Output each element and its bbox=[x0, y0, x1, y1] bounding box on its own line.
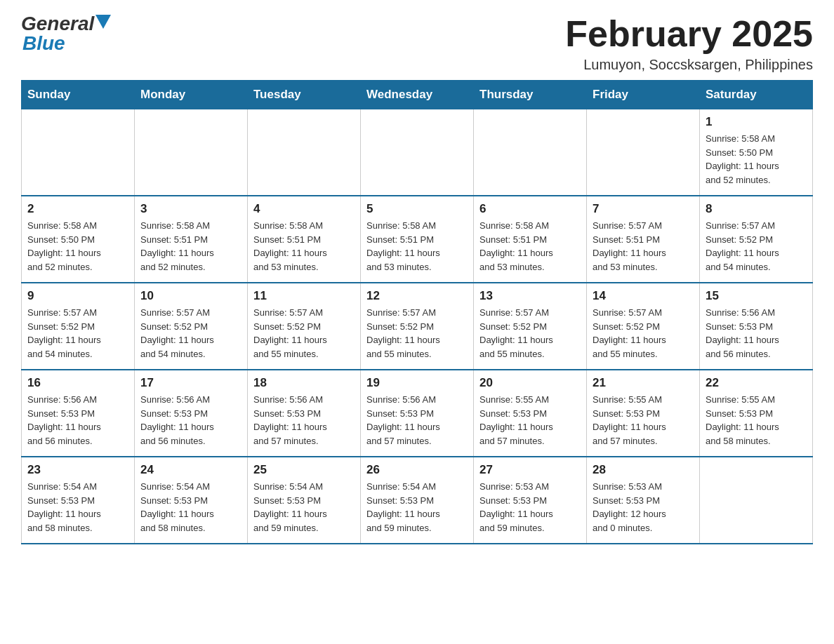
week-row-1: 1Sunrise: 5:58 AMSunset: 5:50 PMDaylight… bbox=[22, 109, 813, 196]
day-number: 10 bbox=[140, 289, 241, 303]
calendar-cell: 22Sunrise: 5:55 AMSunset: 5:53 PMDayligh… bbox=[700, 370, 813, 457]
day-number: 11 bbox=[253, 289, 355, 303]
day-info: Sunrise: 5:58 AMSunset: 5:51 PMDaylight:… bbox=[140, 219, 241, 274]
day-info: Sunrise: 5:53 AMSunset: 5:53 PMDaylight:… bbox=[479, 480, 581, 535]
calendar-cell bbox=[474, 109, 587, 196]
day-number: 8 bbox=[706, 202, 807, 216]
calendar-cell: 12Sunrise: 5:57 AMSunset: 5:52 PMDayligh… bbox=[361, 283, 474, 370]
day-info: Sunrise: 5:58 AMSunset: 5:51 PMDaylight:… bbox=[479, 219, 581, 274]
calendar-cell: 5Sunrise: 5:58 AMSunset: 5:51 PMDaylight… bbox=[361, 196, 474, 283]
calendar-cell: 21Sunrise: 5:55 AMSunset: 5:53 PMDayligh… bbox=[587, 370, 700, 457]
calendar-cell bbox=[587, 109, 700, 196]
day-number: 1 bbox=[706, 115, 807, 129]
day-number: 18 bbox=[253, 376, 355, 390]
day-info: Sunrise: 5:58 AMSunset: 5:51 PMDaylight:… bbox=[253, 219, 355, 274]
page-title: February 2025 bbox=[565, 14, 813, 54]
calendar-cell bbox=[361, 109, 474, 196]
calendar-cell: 25Sunrise: 5:54 AMSunset: 5:53 PMDayligh… bbox=[248, 457, 361, 544]
calendar-cell: 19Sunrise: 5:56 AMSunset: 5:53 PMDayligh… bbox=[361, 370, 474, 457]
day-info: Sunrise: 5:54 AMSunset: 5:53 PMDaylight:… bbox=[366, 480, 468, 535]
day-info: Sunrise: 5:57 AMSunset: 5:51 PMDaylight:… bbox=[593, 219, 694, 274]
day-info: Sunrise: 5:56 AMSunset: 5:53 PMDaylight:… bbox=[706, 306, 807, 361]
day-info: Sunrise: 5:58 AMSunset: 5:51 PMDaylight:… bbox=[366, 219, 468, 274]
calendar-cell: 1Sunrise: 5:58 AMSunset: 5:50 PMDaylight… bbox=[700, 109, 813, 196]
calendar-cell: 7Sunrise: 5:57 AMSunset: 5:51 PMDaylight… bbox=[587, 196, 700, 283]
day-number: 17 bbox=[140, 376, 241, 390]
logo-general: General bbox=[21, 14, 94, 34]
day-number: 20 bbox=[479, 376, 581, 390]
calendar-cell: 27Sunrise: 5:53 AMSunset: 5:53 PMDayligh… bbox=[474, 457, 587, 544]
day-number: 3 bbox=[140, 202, 241, 216]
week-row-3: 9Sunrise: 5:57 AMSunset: 5:52 PMDaylight… bbox=[22, 283, 813, 370]
calendar-cell: 8Sunrise: 5:57 AMSunset: 5:52 PMDaylight… bbox=[700, 196, 813, 283]
day-header-tuesday: Tuesday bbox=[248, 81, 361, 109]
day-header-friday: Friday bbox=[587, 81, 700, 109]
day-info: Sunrise: 5:57 AMSunset: 5:52 PMDaylight:… bbox=[593, 306, 694, 361]
day-number: 27 bbox=[479, 463, 581, 477]
day-info: Sunrise: 5:58 AMSunset: 5:50 PMDaylight:… bbox=[27, 219, 128, 274]
day-info: Sunrise: 5:54 AMSunset: 5:53 PMDaylight:… bbox=[253, 480, 355, 535]
day-number: 16 bbox=[27, 376, 128, 390]
calendar-cell: 4Sunrise: 5:58 AMSunset: 5:51 PMDaylight… bbox=[248, 196, 361, 283]
day-info: Sunrise: 5:56 AMSunset: 5:53 PMDaylight:… bbox=[27, 393, 128, 448]
day-number: 12 bbox=[366, 289, 468, 303]
calendar-cell: 18Sunrise: 5:56 AMSunset: 5:53 PMDayligh… bbox=[248, 370, 361, 457]
logo-blue: Blue bbox=[22, 32, 65, 54]
calendar-cell: 14Sunrise: 5:57 AMSunset: 5:52 PMDayligh… bbox=[587, 283, 700, 370]
calendar-body: 1Sunrise: 5:58 AMSunset: 5:50 PMDaylight… bbox=[22, 109, 813, 544]
day-number: 13 bbox=[479, 289, 581, 303]
day-info: Sunrise: 5:57 AMSunset: 5:52 PMDaylight:… bbox=[366, 306, 468, 361]
calendar-cell: 9Sunrise: 5:57 AMSunset: 5:52 PMDaylight… bbox=[22, 283, 135, 370]
day-header-thursday: Thursday bbox=[474, 81, 587, 109]
day-number: 24 bbox=[140, 463, 241, 477]
day-number: 25 bbox=[253, 463, 355, 477]
day-number: 26 bbox=[366, 463, 468, 477]
day-info: Sunrise: 5:57 AMSunset: 5:52 PMDaylight:… bbox=[706, 219, 807, 274]
day-number: 6 bbox=[479, 202, 581, 216]
day-number: 21 bbox=[593, 376, 694, 390]
day-number: 7 bbox=[593, 202, 694, 216]
calendar-cell: 3Sunrise: 5:58 AMSunset: 5:51 PMDaylight… bbox=[135, 196, 248, 283]
calendar-cell: 28Sunrise: 5:53 AMSunset: 5:53 PMDayligh… bbox=[587, 457, 700, 544]
calendar-cell: 24Sunrise: 5:54 AMSunset: 5:53 PMDayligh… bbox=[135, 457, 248, 544]
day-info: Sunrise: 5:57 AMSunset: 5:52 PMDaylight:… bbox=[253, 306, 355, 361]
calendar-cell bbox=[135, 109, 248, 196]
calendar-cell: 13Sunrise: 5:57 AMSunset: 5:52 PMDayligh… bbox=[474, 283, 587, 370]
day-info: Sunrise: 5:55 AMSunset: 5:53 PMDaylight:… bbox=[593, 393, 694, 448]
day-number: 9 bbox=[27, 289, 128, 303]
day-info: Sunrise: 5:55 AMSunset: 5:53 PMDaylight:… bbox=[706, 393, 807, 448]
day-info: Sunrise: 5:56 AMSunset: 5:53 PMDaylight:… bbox=[366, 393, 468, 448]
day-number: 22 bbox=[706, 376, 807, 390]
day-info: Sunrise: 5:56 AMSunset: 5:53 PMDaylight:… bbox=[140, 393, 241, 448]
calendar-cell bbox=[22, 109, 135, 196]
day-header-saturday: Saturday bbox=[700, 81, 813, 109]
day-info: Sunrise: 5:58 AMSunset: 5:50 PMDaylight:… bbox=[706, 132, 807, 187]
day-info: Sunrise: 5:54 AMSunset: 5:53 PMDaylight:… bbox=[27, 480, 128, 535]
day-number: 19 bbox=[366, 376, 468, 390]
day-info: Sunrise: 5:56 AMSunset: 5:53 PMDaylight:… bbox=[253, 393, 355, 448]
day-info: Sunrise: 5:53 AMSunset: 5:53 PMDaylight:… bbox=[593, 480, 694, 535]
day-number: 14 bbox=[593, 289, 694, 303]
day-info: Sunrise: 5:55 AMSunset: 5:53 PMDaylight:… bbox=[479, 393, 581, 448]
day-info: Sunrise: 5:57 AMSunset: 5:52 PMDaylight:… bbox=[140, 306, 241, 361]
calendar-cell: 10Sunrise: 5:57 AMSunset: 5:52 PMDayligh… bbox=[135, 283, 248, 370]
day-number: 23 bbox=[27, 463, 128, 477]
day-number: 2 bbox=[27, 202, 128, 216]
calendar-cell: 6Sunrise: 5:58 AMSunset: 5:51 PMDaylight… bbox=[474, 196, 587, 283]
calendar-cell: 16Sunrise: 5:56 AMSunset: 5:53 PMDayligh… bbox=[22, 370, 135, 457]
day-number: 28 bbox=[593, 463, 694, 477]
calendar-header: SundayMondayTuesdayWednesdayThursdayFrid… bbox=[22, 81, 813, 109]
day-header-monday: Monday bbox=[135, 81, 248, 109]
week-row-2: 2Sunrise: 5:58 AMSunset: 5:50 PMDaylight… bbox=[22, 196, 813, 283]
page-subtitle: Lumuyon, Soccsksargen, Philippines bbox=[565, 57, 813, 73]
week-row-5: 23Sunrise: 5:54 AMSunset: 5:53 PMDayligh… bbox=[22, 457, 813, 544]
week-row-4: 16Sunrise: 5:56 AMSunset: 5:53 PMDayligh… bbox=[22, 370, 813, 457]
days-of-week-row: SundayMondayTuesdayWednesdayThursdayFrid… bbox=[22, 81, 813, 109]
calendar-cell: 20Sunrise: 5:55 AMSunset: 5:53 PMDayligh… bbox=[474, 370, 587, 457]
calendar-cell: 15Sunrise: 5:56 AMSunset: 5:53 PMDayligh… bbox=[700, 283, 813, 370]
day-header-sunday: Sunday bbox=[22, 81, 135, 109]
logo-arrow-icon bbox=[95, 15, 111, 30]
calendar-cell bbox=[700, 457, 813, 544]
calendar-cell: 2Sunrise: 5:58 AMSunset: 5:50 PMDaylight… bbox=[22, 196, 135, 283]
title-area: February 2025 Lumuyon, Soccsksargen, Phi… bbox=[565, 14, 813, 73]
